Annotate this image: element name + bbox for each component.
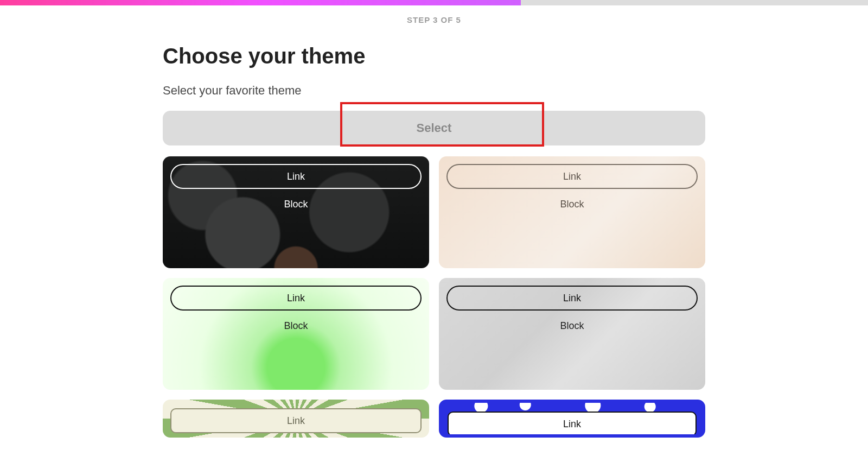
theme-grid: Link Block Link Block Link Block Link Bl… — [163, 156, 705, 438]
theme-block-preview: Block — [170, 320, 422, 332]
theme-card-blue-daisies[interactable]: Link — [439, 400, 705, 438]
main-container: Choose your theme Select your favorite t… — [163, 44, 705, 438]
theme-card-dark-bokeh[interactable]: Link Block — [163, 156, 429, 268]
theme-link-preview: Link — [170, 286, 422, 311]
theme-link-preview: Link — [446, 286, 698, 311]
theme-block-preview: Block — [170, 199, 422, 210]
theme-block-preview: Block — [446, 199, 698, 210]
theme-link-preview: Link — [446, 164, 698, 189]
theme-block-preview: Block — [446, 320, 698, 332]
progress-track — [0, 0, 868, 5]
theme-card-grey-paper[interactable]: Link Block — [439, 278, 705, 390]
select-button[interactable]: Select — [163, 111, 705, 145]
page-title: Choose your theme — [163, 44, 705, 68]
theme-card-beige-soft[interactable]: Link Block — [439, 156, 705, 268]
theme-card-retro-sunburst[interactable]: Link — [163, 400, 429, 438]
page-subtitle: Select your favorite theme — [163, 84, 705, 98]
select-button-wrap: Select — [163, 111, 705, 145]
theme-card-green-glow[interactable]: Link Block — [163, 278, 429, 390]
progress-fill — [0, 0, 521, 5]
theme-link-preview: Link — [170, 164, 422, 189]
step-indicator: STEP 3 OF 5 — [0, 15, 868, 24]
theme-link-preview: Link — [448, 412, 697, 436]
theme-link-preview: Link — [170, 408, 422, 433]
